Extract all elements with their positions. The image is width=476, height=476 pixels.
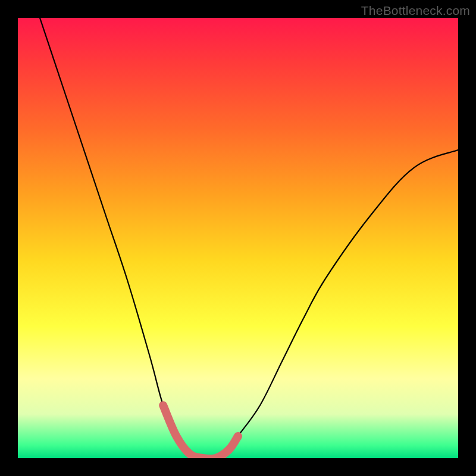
bottleneck-curve xyxy=(40,18,458,458)
plot-area xyxy=(18,18,458,458)
optimal-range-highlight xyxy=(163,405,238,458)
curve-layer xyxy=(18,18,458,458)
chart-container: TheBottleneck.com xyxy=(0,0,476,476)
watermark-text: TheBottleneck.com xyxy=(361,4,470,18)
